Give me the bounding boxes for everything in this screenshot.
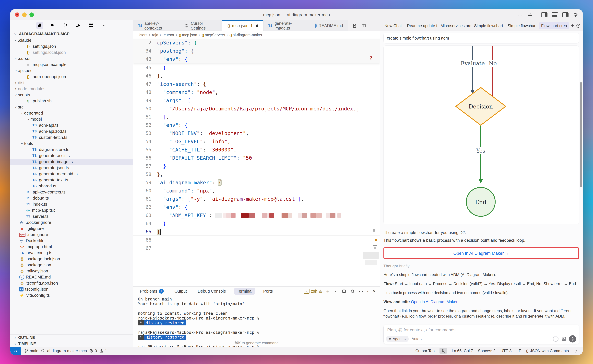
microphone-button[interactable] [569,335,576,343]
tree-item-generate-json-ts[interactable]: TSgenerate-json.ts [10,165,133,171]
tree-item-readme-md[interactable]: iREADME.md [10,274,133,280]
tree-item-model[interactable]: ›model [10,116,133,122]
panel-tab-problems[interactable]: Problems1 [137,288,166,295]
status-item-utf-8[interactable]: UTF-8 [500,349,512,353]
code-line[interactable]: 43"env": { [133,55,380,63]
open-changes-icon[interactable] [352,23,357,28]
agent-mode-selector[interactable]: ∞ Agent ⌄ [386,336,409,342]
tree-item-generate-image-ts[interactable]: TSgenerate-image.ts [10,159,133,165]
code-line[interactable]: 58}, [133,170,380,178]
tree-item-generate-text-ts[interactable]: TSgenerate-text.ts [10,177,133,183]
code-line[interactable]: 53"NODE_ENV": "development", [133,129,380,137]
project-root[interactable]: › AI-DIAGRAM-MAKER-MCP [10,31,133,37]
tree-item-adm-openapi-json[interactable]: {}adm-openapi.json [10,74,133,80]
chat-tab-simple-flowchart-c[interactable]: Simple flowchart c [505,22,538,29]
tree-item-package-json[interactable]: {}package.json [10,262,133,268]
code-line[interactable]: 65} [133,228,380,236]
status-item-spaces-2[interactable]: Spaces: 2 [478,349,496,353]
tab-mcp-json[interactable]: {}mcp.json1 [222,20,263,31]
chat-tab-new-chat[interactable]: New Chat [383,22,404,29]
status-item-1[interactable]: 1 [99,349,107,353]
breadcrumb-segment[interactable]: {}mcpServers [202,33,225,37]
terminal-dropdown-icon[interactable]: › [333,289,338,293]
shell-indicator[interactable]: >_zsh⚠ [304,289,322,294]
code-line[interactable]: 60"command": "npx", [133,187,380,195]
tree-item-railway-json[interactable]: {}railway.json [10,268,133,274]
tree-item-server-ts[interactable]: TSserver.ts [10,213,133,219]
panel-tab-terminal[interactable]: Terminal [234,288,255,295]
code-line[interactable]: 50"/Users/raja/Documents/Raja/projects/M… [133,104,380,113]
breadcrumb-segment[interactable]: .cursor [163,33,174,37]
terminal-more-icon[interactable]: ⋯ [359,288,364,294]
tree-item-apispec[interactable]: ›apispec [10,68,133,74]
status-item-ai-diagram-maker-mcp[interactable]: ai-diagram-maker-mcp [47,349,87,353]
code-line[interactable]: 62"env": { [133,203,380,211]
tree-item-tsconfig-json[interactable]: TStsconfig.json [10,286,133,292]
tree-item-src[interactable]: ›src [10,104,133,110]
status-item-lf[interactable]: LF [517,349,521,353]
code-line[interactable]: 34"posthog": { [133,47,380,55]
settings-gear-icon[interactable] [573,12,578,18]
code-editor[interactable]: 2cpServers": {34"posthog": {43"env": { Z… [133,39,380,286]
code-line[interactable]: 64} [133,219,380,228]
code-line[interactable]: 66 [133,236,380,244]
source-control-icon[interactable] [62,22,69,29]
terminal-panel[interactable]: Problems1OutputDebug ConsoleTerminalPort… [133,286,380,347]
code-line[interactable]: 2cpServers": { [133,39,380,47]
open-diagram-link[interactable]: Open in AI Diagram Maker [411,299,458,304]
panel-tab-debug-console[interactable]: Debug Console [195,288,229,295]
panel-tab-output[interactable]: Output [172,288,189,295]
chat-input[interactable]: Plan, @ for context, / for commands ∞ Ag… [384,325,579,344]
run-debug-icon[interactable] [75,22,82,29]
tree-item-tsconfig-app-json[interactable]: {}tsconfig.app.json [10,280,133,286]
chat-tab-flowchart-crea[interactable]: Flowchart crea [539,22,569,29]
tree-item-mcp-app-html[interactable]: <>mcp-app.html [10,244,133,250]
tab-generate-image-ts[interactable]: TSgenerate-image.ts [263,20,310,31]
split-terminal-icon[interactable] [342,289,346,293]
chat-tab-microservices-arch[interactable]: Microservices arch [438,22,471,29]
code-line[interactable]: 57} [133,162,380,170]
code-line[interactable]: 63"ADM_API_KEY": [133,211,380,219]
tree-item-shared-ts[interactable]: TSshared.ts [10,183,133,189]
editor-more-icon[interactable]: ⋯ [371,23,376,29]
open-in-ai-diagram-maker-button[interactable]: Open in AI Diagram Maker → [384,247,579,259]
new-terminal-icon[interactable]: + [326,288,330,294]
tree-item-generated[interactable]: ›generated [10,110,133,116]
tree-item-generate-mermaid-ts[interactable]: TSgenerate-mermaid.ts [10,171,133,177]
panel-tab-ports[interactable]: Ports [261,288,275,295]
tree-item-gitignore[interactable]: ◆.gitignore [10,226,133,232]
code-line[interactable]: 49"args": [ [133,96,380,104]
tree-item-tools[interactable]: ›tools [10,141,133,147]
code-line[interactable]: 61"args": ["-y", "ai-diagram-maker-mcp@l… [133,195,380,203]
status-item[interactable] [439,348,447,354]
tab-readme-md[interactable]: iREADME.md [310,20,348,31]
toggle-left-panel-icon[interactable] [541,12,547,17]
status-item-0[interactable]: 0 [89,349,97,353]
tab-cursor-settings[interactable]: Cursor Settings [179,20,222,31]
attach-image-icon[interactable] [561,336,566,342]
kill-terminal-icon[interactable] [350,289,355,293]
cursor-tab-zoom-icon[interactable] [439,348,447,354]
chat-history-icon[interactable] [576,23,581,28]
tree-item-generate-ascii-ts[interactable]: TSgenerate-ascii.ts [10,153,133,159]
chevron-down-icon[interactable] [100,22,108,29]
code-line[interactable]: 45} [133,64,380,72]
chat-scrollbar[interactable] [580,82,582,187]
model-selector[interactable]: Auto ⌄ [411,337,423,341]
tree-item-adm-api-ts[interactable]: TSadm-api.ts [10,122,133,128]
thought-label[interactable]: Thought briefly [384,264,579,268]
tree-item-diagram-store-ts[interactable]: TSdiagram-store.ts [10,147,133,153]
tree-item-publish-sh[interactable]: $publish.sh [10,98,133,104]
code-line[interactable]: 52"env": { [133,121,380,129]
tree-item-settings-json[interactable]: {}settings.json [10,43,133,49]
code-line[interactable]: 46}, [133,72,380,80]
code-line[interactable]: 48"command": "node", [133,88,380,96]
outline-section[interactable]: ›OUTLINE [10,334,133,341]
chat-more-icon[interactable]: ⋯ [582,23,583,28]
breadcrumb-segment[interactable]: {}ai-diagram-maker [229,33,262,37]
code-line[interactable]: 47"icon-search": { [133,80,380,88]
status-item-ln-65-col-7[interactable]: Ln 65, Col 7 [452,349,473,353]
tree-item-dockerfile[interactable]: Dockerfile [10,238,133,244]
tree-item-index-ts[interactable]: TSindex.ts [10,201,133,207]
code-line[interactable]: 67 [133,244,380,252]
